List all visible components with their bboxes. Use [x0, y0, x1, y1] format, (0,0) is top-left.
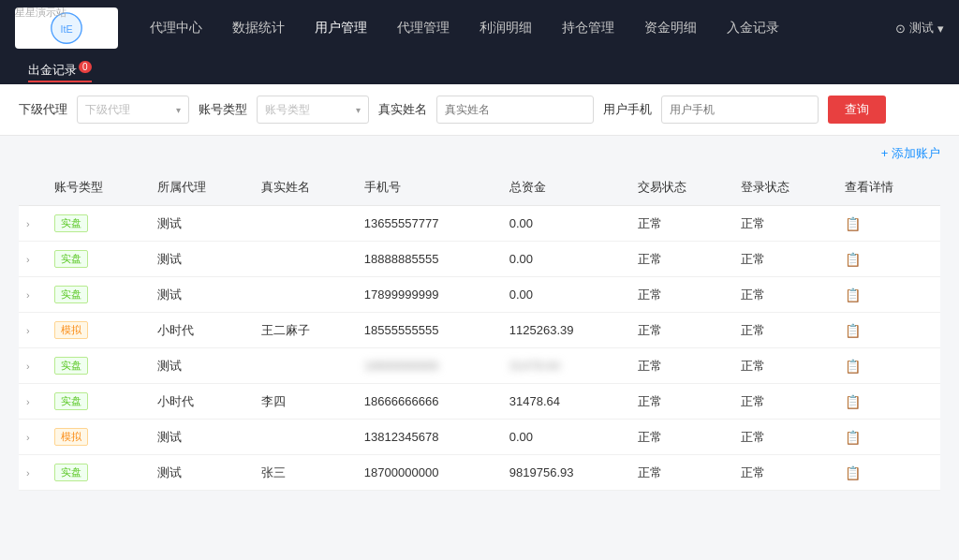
phone-blurred-4: 18666666666 [364, 359, 439, 373]
table-row: ›模拟测试138123456780.00正常正常📋 [19, 420, 940, 455]
cell-agent-5: 小时代 [150, 384, 253, 420]
account-type-tag-7: 实盘 [54, 464, 88, 481]
cell-phone-7: 18700000000 [357, 455, 502, 491]
row-expand-0[interactable]: › [26, 218, 30, 229]
site-title: 星星演示站 [15, 6, 66, 20]
detail-icon-7[interactable]: 📋 [845, 465, 861, 480]
detail-icon-2[interactable]: 📋 [845, 287, 861, 302]
nav-item-deposit-records[interactable]: 入金记录 [714, 14, 792, 42]
main-nav: 代理中心 数据统计 用户管理 代理管理 利润明细 持仓管理 资金明细 入金记录 [137, 14, 895, 42]
row-expand-2[interactable]: › [26, 289, 30, 301]
cell-agent-1: 测试 [150, 242, 253, 277]
cell-total-3: 1125263.39 [502, 313, 630, 348]
cell-total-5: 31478.64 [502, 384, 630, 420]
nav-item-agent-management[interactable]: 代理管理 [384, 14, 463, 42]
cell-detail-2: 📋 [837, 277, 940, 313]
cell-total-7: 9819756.93 [502, 455, 630, 491]
nav-item-profit-detail[interactable]: 利润明细 [466, 14, 545, 42]
nav-item-agent-center[interactable]: 代理中心 [137, 14, 215, 42]
row-expand-6[interactable]: › [26, 432, 30, 443]
cell-login-status-0: 正常 [733, 206, 836, 242]
nav-item-user-management[interactable]: 用户管理 [302, 14, 380, 42]
cell-agent-7: 测试 [150, 455, 253, 491]
cell-phone-2: 17899999999 [357, 277, 502, 313]
account-type-chevron: ▾ [356, 105, 361, 115]
account-type-tag-6: 模拟 [54, 428, 88, 446]
cell-phone-6: 13812345678 [357, 420, 502, 455]
total-blurred-4: 31478.64 [509, 359, 560, 373]
account-type-tag-1: 实盘 [54, 250, 88, 268]
table-actions: + 添加账户 [19, 145, 940, 162]
user-icon: ⊙ [895, 22, 906, 36]
detail-icon-0[interactable]: 📋 [845, 216, 861, 231]
cell-trade-status-5: 正常 [630, 384, 733, 420]
col-account-type: 账号类型 [47, 169, 150, 206]
col-phone: 手机号 [357, 169, 502, 206]
sub-agent-label: 下级代理 [19, 101, 67, 118]
sub-agent-chevron: ▾ [176, 105, 181, 115]
cell-detail-1: 📋 [837, 242, 940, 277]
cell-phone-0: 13655557777 [357, 206, 502, 242]
users-table: 账号类型 所属代理 真实姓名 手机号 总资金 交易状态 登录状态 查看详情 ›实… [19, 169, 940, 491]
nav-item-funds-detail[interactable]: 资金明细 [631, 14, 710, 42]
cell-total-6: 0.00 [502, 420, 630, 455]
filter-bar: 下级代理 下级代理 ▾ 账号类型 账号类型 ▾ 真实姓名 用户手机 查询 [0, 84, 959, 136]
username: 测试 [909, 20, 934, 37]
row-expand-3[interactable]: › [26, 325, 30, 336]
cell-real-name-6 [254, 420, 357, 455]
real-name-input[interactable] [436, 96, 594, 124]
cell-agent-0: 测试 [150, 206, 253, 242]
row-expand-4[interactable]: › [26, 361, 30, 372]
col-trade-status: 交易状态 [630, 169, 733, 206]
row-expand-1[interactable]: › [26, 254, 30, 265]
table-row: ›实盘测试188888855550.00正常正常📋 [19, 242, 940, 277]
cell-type-2: 实盘 [47, 277, 150, 313]
sub-agent-select[interactable]: 下级代理 ▾ [77, 96, 189, 124]
cell-type-0: 实盘 [47, 206, 150, 242]
cell-real-name-1 [254, 242, 357, 277]
cell-phone-1: 18888885555 [357, 242, 502, 277]
main-content: 下级代理 下级代理 ▾ 账号类型 账号类型 ▾ 真实姓名 用户手机 查询 + 添… [0, 84, 959, 560]
table-header-row: 账号类型 所属代理 真实姓名 手机号 总资金 交易状态 登录状态 查看详情 [19, 169, 940, 206]
detail-icon-4[interactable]: 📋 [845, 359, 861, 374]
col-total-funds: 总资金 [502, 169, 630, 206]
phone-input[interactable] [661, 96, 819, 124]
query-button[interactable]: 查询 [828, 96, 886, 124]
row-expand-7[interactable]: › [26, 467, 30, 479]
cell-trade-status-4: 正常 [630, 348, 733, 384]
user-menu[interactable]: ⊙ 测试 ▾ [895, 20, 944, 37]
account-type-tag-3: 模拟 [54, 321, 88, 339]
cell-type-3: 模拟 [47, 313, 150, 348]
cell-total-4: 31478.64 [502, 348, 630, 384]
cell-login-status-4: 正常 [733, 348, 836, 384]
detail-icon-1[interactable]: 📋 [845, 252, 861, 267]
table-row: ›实盘测试136555577770.00正常正常📋 [19, 206, 940, 242]
table-row: ›实盘测试1866666666631478.64正常正常📋 [19, 348, 940, 384]
sub-nav-withdraw[interactable]: 出金记录0 [15, 62, 105, 79]
svg-text:ItE: ItE [60, 23, 72, 35]
cell-real-name-3: 王二麻子 [254, 313, 357, 348]
cell-trade-status-0: 正常 [630, 206, 733, 242]
cell-real-name-5: 李四 [254, 384, 357, 420]
detail-icon-6[interactable]: 📋 [845, 430, 861, 445]
col-view-detail: 查看详情 [837, 169, 940, 206]
detail-icon-3[interactable]: 📋 [845, 323, 861, 338]
cell-real-name-0 [254, 206, 357, 242]
cell-detail-6: 📋 [837, 420, 940, 455]
cell-total-1: 0.00 [502, 242, 630, 277]
cell-login-status-3: 正常 [733, 313, 836, 348]
table-row: ›模拟小时代王二麻子185555555551125263.39正常正常📋 [19, 313, 940, 348]
nav-item-positions[interactable]: 持仓管理 [549, 14, 627, 42]
account-type-tag-5: 实盘 [54, 392, 88, 410]
detail-icon-5[interactable]: 📋 [845, 394, 861, 409]
nav-item-data-stats[interactable]: 数据统计 [219, 14, 298, 42]
withdraw-badge: 0 [79, 61, 92, 73]
cell-agent-6: 测试 [150, 420, 253, 455]
add-user-button[interactable]: + 添加账户 [881, 145, 940, 162]
account-type-select[interactable]: 账号类型 ▾ [257, 96, 369, 124]
table-area: + 添加账户 账号类型 所属代理 真实姓名 手机号 总资金 交易状态 登录状态 … [0, 136, 959, 560]
table-container: 账号类型 所属代理 真实姓名 手机号 总资金 交易状态 登录状态 查看详情 ›实… [19, 169, 940, 491]
cell-type-7: 实盘 [47, 455, 150, 491]
header: ItE 代理中心 数据统计 用户管理 代理管理 利润明细 持仓管理 资金明细 入… [0, 0, 959, 84]
row-expand-5[interactable]: › [26, 396, 30, 407]
